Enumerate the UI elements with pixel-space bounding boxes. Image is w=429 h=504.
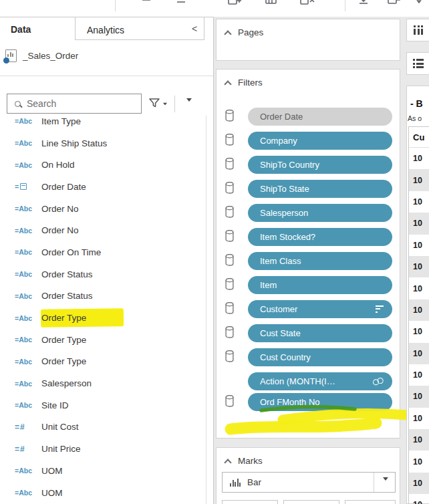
tab-data[interactable]: Data	[11, 24, 31, 35]
filter-pill[interactable]: Company	[248, 132, 392, 150]
toolbar-button-2[interactable]	[175, 0, 188, 6]
field-row[interactable]: =AbcOrder Type	[0, 329, 206, 351]
tab-divider	[204, 17, 204, 40]
field-row[interactable]: =AbcOrder Status	[0, 285, 206, 307]
tab-analytics[interactable]: Analytics	[87, 25, 124, 35]
field-label: UOM	[41, 488, 63, 498]
filter-pill[interactable]: ShipTo State	[248, 180, 392, 198]
table-row[interactable]: 10	[409, 321, 429, 342]
table-row[interactable]: 10	[409, 169, 429, 191]
calc-string-icon: =Abc	[15, 139, 41, 147]
toolbar-button-8[interactable]	[416, 0, 428, 6]
table-row[interactable]: 10	[409, 386, 429, 407]
toolbar-button-6[interactable]	[358, 0, 370, 6]
table-row[interactable]: 10	[409, 451, 429, 472]
filter-pill[interactable]: Customer	[248, 300, 392, 318]
field-row[interactable]: =#Unit Price	[0, 438, 206, 460]
table-row[interactable]: 10	[409, 256, 429, 277]
table-row[interactable]: 10	[409, 429, 429, 451]
collapse-chevron-icon[interactable]	[224, 30, 231, 37]
field-row[interactable]: =AbcOn Hold	[0, 154, 206, 176]
filter-pill[interactable]: Cust State	[248, 324, 392, 342]
field-list-menu-icon[interactable]	[186, 102, 192, 114]
table-column-header[interactable]: Cu	[409, 126, 429, 148]
field-row[interactable]: =#Unit Cost	[0, 416, 206, 438]
field-label: Order No	[41, 204, 79, 214]
field-label: UOM	[41, 466, 63, 476]
filter-pill-label: Item	[260, 280, 384, 290]
filter-pill-list: Order DateCompanyShipTo CountryShipTo St…	[217, 108, 400, 417]
field-row[interactable]: =AbcOrder No	[0, 219, 206, 241]
mark-type-dropdown[interactable]: Bar	[222, 472, 396, 493]
data-pane: Data Analytics < _Sales_Order =AbcIt	[0, 17, 214, 504]
collapse-pane-icon[interactable]: <	[192, 23, 197, 34]
calc-string-icon: =Abc	[15, 314, 41, 322]
table-row[interactable]: 10	[409, 299, 429, 321]
rows-shelf[interactable]	[406, 52, 429, 75]
datasource-cylinder-icon	[225, 326, 235, 341]
filter-pill[interactable]: ShipTo Country	[248, 156, 392, 174]
search-box[interactable]	[7, 94, 142, 114]
datasource-row[interactable]: _Sales_Order	[5, 49, 78, 62]
filter-pill-label: Item Class	[260, 256, 384, 266]
table-row[interactable]: 10	[409, 408, 429, 429]
search-input[interactable]	[27, 98, 141, 109]
tab-divider	[75, 17, 76, 40]
filter-pill[interactable]: Ord FMonth No	[248, 393, 392, 411]
filter-fields-icon[interactable]	[148, 97, 168, 108]
toolbar-button-5[interactable]	[299, 0, 315, 6]
worksheet-view: - B As o Cu 1010101010101010101010101010…	[406, 86, 429, 504]
toolbar-button-3[interactable]	[227, 0, 243, 6]
marks-property-button[interactable]	[283, 500, 339, 504]
filter-pill[interactable]: Order Date	[248, 108, 392, 126]
field-row[interactable]: =AbcUOM	[0, 482, 206, 504]
table-row[interactable]: 10	[409, 277, 429, 299]
toolbar-button-4[interactable]	[265, 0, 278, 6]
field-row[interactable]: =Order Date	[0, 176, 206, 198]
marks-property-button[interactable]	[345, 500, 396, 504]
field-row[interactable]: =AbcOrder Status	[0, 263, 206, 285]
field-row[interactable]: =AbcItem Type	[0, 116, 206, 132]
toolbar-button-1[interactable]	[140, 0, 155, 6]
filter-pill-row: Order Date	[217, 108, 400, 126]
field-label: Item Type	[41, 116, 81, 126]
tab-divider	[75, 39, 204, 40]
filter-pill[interactable]: Item Stocked?	[248, 228, 392, 246]
scrollbar[interactable]	[206, 116, 206, 504]
filter-pill[interactable]: Action (MONTH(I…	[248, 372, 392, 390]
field-label: Order Type	[41, 356, 86, 366]
table-row[interactable]: 10	[409, 494, 429, 504]
field-row[interactable]: =AbcUOM	[0, 460, 206, 482]
toolbar-button-7[interactable]	[388, 0, 402, 6]
filter-pill[interactable]: Item Class	[248, 252, 392, 270]
table-row[interactable]: 10	[409, 148, 429, 169]
marks-property-button[interactable]	[222, 500, 278, 504]
filter-pill[interactable]: Salesperson	[248, 204, 392, 222]
field-label: Order On Time	[41, 247, 101, 257]
table-row[interactable]: 10	[409, 364, 429, 386]
field-row[interactable]: =AbcOrder On Time	[0, 241, 206, 263]
mark-type-label: Bar	[247, 477, 261, 487]
calc-string-icon: =Abc	[15, 467, 41, 475]
table-row[interactable]: 10	[409, 213, 429, 234]
filter-pill[interactable]: Cust Country	[248, 348, 392, 366]
filter-pill[interactable]: Item	[248, 276, 392, 294]
field-row[interactable]: =AbcOrder Type	[0, 351, 206, 373]
field-row[interactable]: =AbcOrder No	[0, 198, 206, 220]
collapse-chevron-icon[interactable]	[224, 459, 231, 466]
columns-shelf[interactable]	[406, 19, 429, 41]
table-row[interactable]: 10	[409, 191, 429, 213]
table-row[interactable]: 10	[409, 235, 429, 256]
filters-title: Filters	[238, 78, 263, 88]
field-row[interactable]: =AbcSalesperson	[0, 372, 206, 394]
collapse-chevron-icon[interactable]	[224, 80, 231, 88]
field-label: Site ID	[41, 400, 69, 410]
calc-string-icon: =Abc	[15, 292, 41, 300]
table-row[interactable]: 10	[409, 473, 429, 494]
filter-pill-row: Ord FMonth No	[217, 393, 400, 411]
datasource-icon	[5, 49, 17, 62]
table-row[interactable]: 10	[409, 343, 429, 364]
field-row[interactable]: =AbcLine Ship Status	[0, 132, 206, 154]
field-row[interactable]: =AbcSite ID	[0, 394, 206, 416]
field-row[interactable]: =AbcOrder Type	[0, 307, 206, 329]
